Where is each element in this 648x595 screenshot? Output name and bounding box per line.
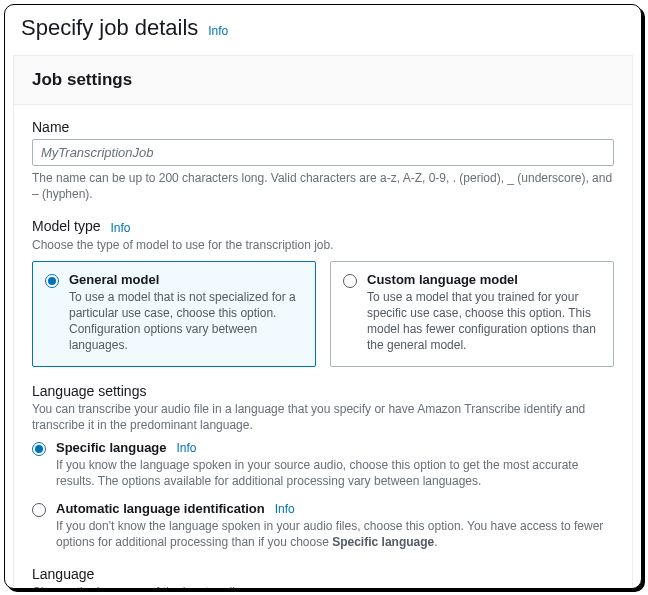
- specific-language-radio[interactable]: Specific language Info If you know the l…: [32, 439, 614, 490]
- radio-desc: If you know the language spoken in your …: [56, 457, 614, 489]
- language-settings-section: Language settings You can transcribe you…: [32, 383, 614, 551]
- panel-heading: Job settings: [32, 70, 614, 90]
- tile-title: Custom language model: [367, 272, 601, 287]
- model-type-section: Model type Info Choose the type of model…: [32, 218, 614, 366]
- radio-icon: [32, 503, 46, 517]
- name-field-group: Name The name can be up to 200 character…: [32, 119, 614, 202]
- tile-title: General model: [69, 272, 303, 287]
- language-settings-hint: You can transcribe your audio file in a …: [32, 401, 614, 433]
- auto-language-radio[interactable]: Automatic language identification Info I…: [32, 500, 614, 551]
- tile-desc: To use a model that you trained for your…: [367, 289, 601, 354]
- radio-icon: [343, 274, 357, 288]
- language-select-section: Language Choose the language of the inpu…: [32, 566, 614, 589]
- tile-desc: To use a model that is not specialized f…: [69, 289, 303, 354]
- language-settings-label: Language settings: [32, 383, 146, 399]
- name-label: Name: [32, 119, 69, 135]
- name-hint: The name can be up to 200 characters lon…: [32, 170, 614, 202]
- model-type-hint: Choose the type of model to use for the …: [32, 237, 614, 253]
- radio-icon: [32, 442, 46, 456]
- job-name-input[interactable]: [32, 139, 614, 166]
- radio-icon: [45, 274, 59, 288]
- model-type-general-tile[interactable]: General model To use a model that is not…: [32, 261, 316, 367]
- page-title: Specify job details: [21, 15, 198, 41]
- radio-title: Specific language: [56, 440, 167, 455]
- auto-language-info-link[interactable]: Info: [275, 502, 295, 516]
- page-info-link[interactable]: Info: [208, 24, 228, 38]
- language-label: Language: [32, 566, 94, 582]
- job-settings-panel: Job settings Name The name can be up to …: [13, 55, 633, 589]
- model-type-custom-tile[interactable]: Custom language model To use a model tha…: [330, 261, 614, 367]
- radio-desc: If you don't know the language spoken in…: [56, 518, 614, 550]
- model-type-info-link[interactable]: Info: [110, 221, 130, 235]
- radio-title: Automatic language identification: [56, 501, 265, 516]
- specific-language-info-link[interactable]: Info: [176, 441, 196, 455]
- language-hint: Choose the language of the input audio.: [32, 584, 614, 589]
- model-type-label: Model type: [32, 218, 100, 234]
